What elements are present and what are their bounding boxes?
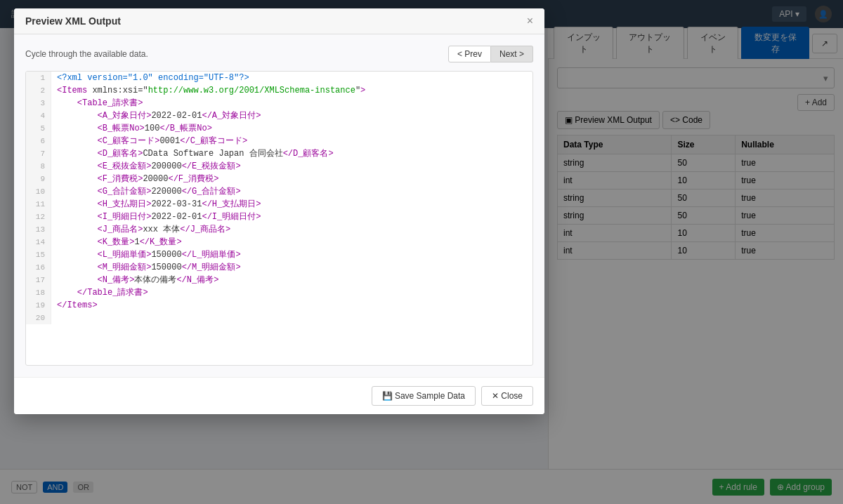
- code-line: 3 <Table_請求書>: [26, 97, 532, 110]
- code-line: 6 <C_顧客コード>0001</C_顧客コード>: [26, 135, 532, 147]
- cycle-bar: Cycle through the available data. < Prev…: [25, 46, 533, 62]
- code-line: 9 <F_消費税>20000</F_消費税>: [26, 173, 532, 185]
- modal-footer: 💾 Save Sample Data ✕ Close: [14, 377, 544, 414]
- code-line: 1<?xml version="1.0" encoding="UTF-8"?>: [26, 72, 532, 84]
- code-line: 15 <L_明細単価>150000</L_明細単価>: [26, 248, 532, 261]
- code-line: 19</Items>: [26, 299, 532, 312]
- code-line: 14 <K_数量>1</K_数量>: [26, 236, 532, 248]
- prev-button[interactable]: < Prev: [448, 46, 491, 62]
- save-sample-button[interactable]: 💾 Save Sample Data: [372, 386, 476, 406]
- code-line: 16 <M_明細金額>150000</M_明細金額>: [26, 261, 532, 274]
- code-line: 2<Items xmlns:xsi="http://www.w3.org/200…: [26, 84, 532, 97]
- code-line: 5 <B_帳票No>100</B_帳票No>: [26, 122, 532, 135]
- code-line: 10 <G_合計金額>220000</G_合計金額>: [26, 185, 532, 198]
- modal-close-button[interactable]: ×: [527, 15, 533, 27]
- code-line: 18 </Table_請求書>: [26, 286, 532, 299]
- xml-code-container: 1<?xml version="1.0" encoding="UTF-8"?>2…: [25, 71, 533, 366]
- code-line: 7 <D_顧客名>CData Software Japan 合同会社</D_顧客…: [26, 147, 532, 160]
- code-line: 11 <H_支払期日>2022-03-31</H_支払期日>: [26, 198, 532, 211]
- preview-xml-modal: Preview XML Output × Cycle through the a…: [14, 8, 544, 414]
- code-line: 8 <E_税抜金額>200000</E_税抜金額>: [26, 160, 532, 173]
- code-line: 20: [26, 312, 532, 324]
- code-line: 17 <N_備考>本体の備考</N_備考>: [26, 274, 532, 286]
- nav-buttons: < Prev Next >: [448, 46, 533, 62]
- modal-body: Cycle through the available data. < Prev…: [14, 34, 544, 377]
- cycle-text: Cycle through the available data.: [25, 49, 148, 59]
- modal-header: Preview XML Output ×: [14, 8, 544, 34]
- close-button[interactable]: ✕ Close: [481, 386, 533, 406]
- code-line: 13 <J_商品名>xxx 本体</J_商品名>: [26, 223, 532, 236]
- modal-title: Preview XML Output: [25, 15, 121, 27]
- code-line: 4 <A_対象日付>2022-02-01</A_対象日付>: [26, 110, 532, 122]
- next-button[interactable]: Next >: [491, 46, 533, 62]
- code-line: 12 <I_明細日付>2022-02-01</I_明細日付>: [26, 211, 532, 223]
